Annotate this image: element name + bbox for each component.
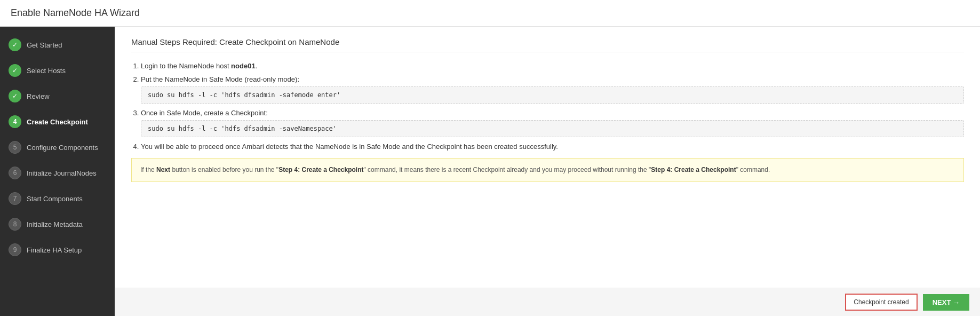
step2-text: Put the NameNode in Safe Mode (read-only… <box>141 75 299 83</box>
info-next-bold: Next <box>156 166 170 173</box>
sidebar-label-configure-components: Configure Components <box>27 144 98 152</box>
page-title: Enable NameNode HA Wizard <box>0 0 980 27</box>
info-text-part1: If the <box>140 166 156 173</box>
step-circle-8: 8 <box>9 218 21 231</box>
step1-text: Login to the NameNode host <box>141 62 231 70</box>
step4-text: You will be able to proceed once Ambari … <box>141 143 558 151</box>
sidebar-label-start-components: Start Components <box>27 195 83 203</box>
content-area: Manual Steps Required: Create Checkpoint… <box>115 27 980 288</box>
instruction-step3: Once in Safe Mode, create a Checkpoint: … <box>141 109 964 137</box>
instruction-step2: Put the NameNode in Safe Mode (read-only… <box>141 75 964 104</box>
step1-bold: node01 <box>231 62 256 70</box>
step-circle-5: 5 <box>9 141 21 154</box>
step-circle-6: 6 <box>9 167 21 179</box>
checkpoint-created-button[interactable]: Checkpoint created <box>845 294 917 311</box>
instruction-step1: Login to the NameNode host node01. <box>141 62 964 70</box>
footer: Checkpoint created NEXT → <box>115 288 980 316</box>
sidebar-item-initialize-metadata[interactable]: 8 Initialize Metadata <box>0 211 115 237</box>
sidebar-item-select-hosts[interactable]: ✓ Select Hosts <box>0 58 115 83</box>
sidebar-item-get-started[interactable]: ✓ Get Started <box>0 32 115 58</box>
sidebar-item-start-components[interactable]: 7 Start Components <box>0 186 115 211</box>
step-circle-2: ✓ <box>9 64 21 77</box>
step-circle-9: 9 <box>9 243 21 256</box>
step-circle-7: 7 <box>9 192 21 205</box>
info-text-part4: " command. <box>736 166 770 173</box>
sidebar: ✓ Get Started ✓ Select Hosts ✓ Review 4 … <box>0 27 115 316</box>
step-circle-4: 4 <box>9 115 21 128</box>
step2-code: sudo su hdfs -l -c 'hdfs dfsadmin -safem… <box>141 86 964 104</box>
sidebar-label-get-started: Get Started <box>27 41 62 49</box>
instruction-step4: You will be able to proceed once Ambari … <box>141 143 964 151</box>
sidebar-label-review: Review <box>27 92 50 100</box>
step3-text: Once in Safe Mode, create a Checkpoint: <box>141 109 268 117</box>
sidebar-label-initialize-metadata: Initialize Metadata <box>27 220 83 228</box>
sidebar-item-create-checkpoint[interactable]: 4 Create Checkpoint <box>0 109 115 135</box>
sidebar-label-create-checkpoint: Create Checkpoint <box>27 118 88 126</box>
main-content: Manual Steps Required: Create Checkpoint… <box>115 27 980 316</box>
info-box: If the Next button is enabled before you… <box>131 158 964 182</box>
step3-code: sudo su hdfs -l -c 'hdfs dfsadmin -saveN… <box>141 120 964 137</box>
sidebar-label-finalize-ha-setup: Finalize HA Setup <box>27 246 82 254</box>
sidebar-item-initialize-journalnodes[interactable]: 6 Initialize JournalNodes <box>0 160 115 186</box>
instructions-list: Login to the NameNode host node01. Put t… <box>131 62 964 151</box>
info-text-part2: button is enabled before you run the " <box>170 166 278 173</box>
info-step4-bold-2: Step 4: Create a Checkpoint <box>651 166 736 173</box>
step-circle-1: ✓ <box>9 38 21 51</box>
section-title: Manual Steps Required: Create Checkpoint… <box>131 37 964 52</box>
next-button[interactable]: NEXT → <box>923 294 969 311</box>
sidebar-item-review[interactable]: ✓ Review <box>0 83 115 109</box>
sidebar-label-select-hosts: Select Hosts <box>27 67 66 75</box>
sidebar-label-initialize-journalnodes: Initialize JournalNodes <box>27 169 97 177</box>
sidebar-item-configure-components[interactable]: 5 Configure Components <box>0 135 115 160</box>
step1-suffix: . <box>256 62 258 70</box>
sidebar-item-finalize-ha-setup[interactable]: 9 Finalize HA Setup <box>0 237 115 263</box>
step-circle-3: ✓ <box>9 90 21 102</box>
info-text-part3: " command, it means there is a recent Ch… <box>364 166 651 173</box>
info-step4-bold-1: Step 4: Create a Checkpoint <box>278 166 363 173</box>
